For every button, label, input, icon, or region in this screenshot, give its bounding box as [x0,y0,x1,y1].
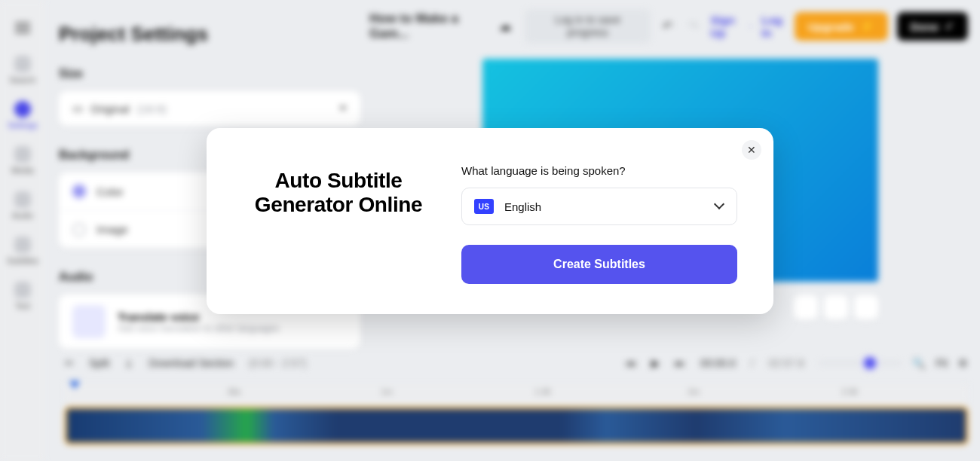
ruler-mark: 2m [688,387,700,396]
top-bar: How to Make a Gam... ☁ Log in to save pr… [369,12,968,41]
scissors-icon: ✂ [65,357,74,369]
fit-button[interactable]: Fit [936,357,948,369]
timeline-toolbar: ✂ Split ⤓ Download Section (0:00 - 2:57)… [65,347,968,380]
sign-up-link[interactable]: Sign Up [710,14,740,39]
login-to-save-banner[interactable]: Log in to save progress [525,9,650,44]
preview-control-1[interactable] [794,295,818,319]
rail-label: Subtitles [7,256,38,265]
skip-forward-icon[interactable]: ⏭ [675,357,685,369]
play-icon[interactable]: ▶ [651,357,660,369]
ruler-mark: 30s [228,387,241,396]
left-rail: Search Settings Media Audio Subtitles Te… [0,0,45,461]
zoom-slider[interactable] [819,362,902,365]
ruler-mark: 2:30 [841,387,857,396]
modal-right-pane: What language is being spoken? US Englis… [461,164,737,284]
timeline[interactable]: 30s 1m 1:30 2m 2:30 [65,384,968,452]
settings-icon [14,101,31,118]
done-button[interactable]: Done✓ [897,12,969,41]
chevron-down-icon [715,202,724,211]
rail-item-audio[interactable]: Audio [6,185,39,226]
undo-icon[interactable]: ↶ [663,19,676,34]
radio-icon [72,223,86,237]
cloud-icon: ☁ [499,19,513,34]
size-aspect: (16:9) [137,102,167,115]
auto-subtitle-modal: ✕ Auto Subtitle Generator Online What la… [207,128,773,314]
aspect-icon: ▭ [72,102,83,115]
rail-label: Search [10,75,36,84]
time-total: 02:57.8 [769,357,804,369]
download-section-button[interactable]: Download Section [149,357,234,369]
section-range: (0:00 - 2:57) [249,357,306,369]
rail-item-search[interactable]: Search [6,50,39,90]
time-separator: / [751,357,754,369]
skip-back-icon[interactable]: ⏮ [626,357,636,369]
media-icon [14,146,31,163]
rail-label: Audio [12,211,33,220]
search-icon [14,56,31,72]
size-dropdown[interactable]: ▭ Original (16:9) [59,91,360,126]
upgrade-button[interactable]: Upgrade⚡ [795,12,888,41]
rail-label: Settings [8,121,38,130]
time-current: 00:00.0 [700,357,736,369]
modal-title: Auto Subtitle Generator Online [243,169,434,217]
upgrade-label: Upgrade [808,20,854,33]
language-question: What language is being spoken? [461,164,737,177]
bolt-icon: ⚡ [860,20,874,33]
rail-item-subtitles[interactable]: Subtitles [6,230,39,271]
project-name[interactable]: How to Make a Gam... [369,11,487,41]
video-clip[interactable] [65,407,968,444]
bg-image-label: Image [96,223,128,236]
create-subtitles-button[interactable]: Create Subtitles [461,245,737,284]
modal-left-pane: Auto Subtitle Generator Online [243,164,434,284]
language-name: English [504,200,541,213]
rail-item-settings[interactable]: Settings [6,95,39,136]
translate-icon [72,305,106,338]
settings-cog-icon[interactable]: ⚙ [958,357,968,369]
split-button[interactable]: Split [89,357,109,369]
download-icon: ⤓ [124,357,133,369]
flag-icon: US [474,199,494,214]
redo-icon[interactable]: ↷ [688,19,702,34]
audio-icon [14,191,31,208]
rail-item-media[interactable]: Media [6,140,39,181]
preview-control-more[interactable] [854,295,878,319]
translate-subtitle: Add voice translation to other languages [118,323,279,334]
rail-item-text[interactable]: Text [6,276,39,316]
radio-icon [72,185,86,198]
rail-label: Text [15,301,30,310]
size-value: Original [90,102,130,115]
preview-control-2[interactable] [824,295,848,319]
log-in-link[interactable]: Log In [761,14,785,39]
check-icon: ✓ [945,20,954,33]
done-label: Done [911,20,939,33]
page-title: Project Settings [59,23,360,46]
close-icon: ✕ [747,144,756,156]
zoom-search-icon[interactable]: 🔍 [912,357,925,369]
rail-label: Media [11,166,34,175]
subtitles-icon [14,237,31,253]
text-icon [14,282,31,298]
link-separator: · [749,20,752,33]
playhead-icon[interactable] [69,381,80,389]
menu-icon[interactable] [15,27,30,29]
ruler-mark: 1:30 [534,387,550,396]
ruler-mark: 1m [381,387,392,396]
language-select[interactable]: US English [461,188,737,225]
size-heading: Size [59,67,360,81]
timeline-ruler[interactable]: 30s 1m 1:30 2m 2:30 [65,384,968,404]
close-button[interactable]: ✕ [742,140,761,160]
bg-color-label: Color [96,185,124,198]
